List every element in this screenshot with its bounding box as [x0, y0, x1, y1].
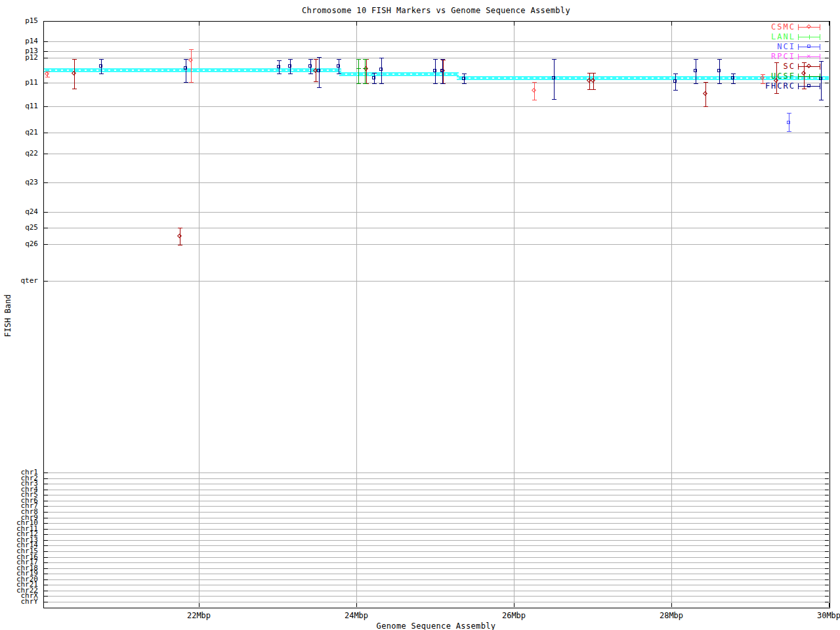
marker-square — [372, 76, 375, 79]
marker-square — [717, 69, 721, 72]
axis-tick — [825, 523, 829, 524]
error-bar-cap — [819, 100, 824, 100]
error-bar-cap — [717, 83, 722, 84]
marker-tick — [809, 74, 810, 79]
axis-tick — [44, 281, 48, 282]
error-bar-cap — [591, 73, 596, 74]
x-tick-label: 24Mbp — [337, 612, 376, 620]
legend-label: CSMC — [722, 23, 795, 32]
legend-glyph-cap — [820, 83, 820, 89]
legend-label: NCI — [722, 43, 795, 51]
error-bar-cap — [372, 73, 377, 74]
marker-square — [308, 64, 312, 68]
axis-tick — [825, 41, 829, 42]
axis-tick — [825, 574, 829, 574]
error-bar-cap — [356, 83, 361, 84]
y-tick-label: q23 — [0, 178, 38, 186]
axis-tick — [825, 484, 829, 484]
marker-square — [694, 69, 697, 72]
error-bar-cap — [363, 83, 368, 84]
axis-tick — [44, 83, 48, 83]
error-bar-cap — [440, 83, 445, 84]
marker-square — [277, 65, 280, 68]
legend-glyph-cap — [820, 24, 820, 30]
axis-tick — [825, 540, 829, 541]
axis-tick — [825, 579, 829, 580]
legend-label: SC — [722, 62, 795, 71]
error-bar-cap — [704, 82, 708, 83]
error-bar-cap — [288, 59, 293, 60]
error-bar-cap — [189, 49, 194, 50]
axis-tick — [514, 22, 514, 26]
axis-tick — [44, 562, 48, 563]
error-bar-cap — [819, 61, 824, 62]
legend-glyph-cap — [798, 64, 799, 70]
axis-tick — [44, 106, 48, 107]
axis-tick — [671, 603, 672, 607]
axis-tick — [44, 591, 48, 591]
axis-tick — [44, 133, 48, 133]
axis-tick — [825, 596, 829, 597]
marker-tick — [363, 68, 368, 69]
error-bar-cap — [552, 99, 556, 100]
axis-tick — [44, 518, 48, 518]
axis-tick — [44, 534, 48, 535]
axis-tick — [825, 133, 829, 133]
error-bar-cap — [337, 59, 341, 60]
error-bar-cap — [591, 89, 596, 90]
y-tick-label: q11 — [0, 102, 38, 110]
y-tick-label: q24 — [0, 208, 38, 216]
axis-tick — [825, 551, 829, 552]
axis-tick — [44, 568, 48, 569]
legend-glyph-cap — [820, 54, 820, 60]
axis-tick — [356, 603, 357, 607]
axis-tick — [825, 512, 829, 513]
axis-tick — [44, 58, 48, 58]
legend-glyph-cap — [798, 24, 799, 30]
error-bar-cap — [717, 59, 722, 60]
axis-tick — [44, 51, 48, 52]
axis-tick — [825, 591, 829, 591]
axis-tick — [825, 501, 829, 501]
legend-glyph-cap — [820, 44, 820, 50]
error-bar-cap — [673, 90, 678, 91]
error-bar-cap — [372, 83, 377, 84]
chart-title: Chromosome 10 FISH Markers vs Genome Seq… — [43, 6, 829, 15]
axis-tick — [825, 506, 829, 507]
axis-tick — [44, 585, 48, 585]
axis-tick — [44, 602, 48, 602]
error-bar-cap — [787, 113, 791, 114]
axis-tick — [44, 545, 48, 546]
marker-square — [433, 69, 436, 72]
x-tick-label: 30Mbp — [809, 612, 840, 620]
legend-glyph-cap — [820, 74, 820, 79]
error-bar-cap — [363, 59, 368, 60]
axis-tick — [825, 495, 829, 495]
x-tick-label: 22Mbp — [179, 612, 219, 620]
legend-label: FHCRC — [722, 82, 795, 91]
x-axis-title: Genome Sequence Assembly — [43, 621, 829, 630]
error-bar-cap — [802, 62, 807, 63]
marker-square — [337, 64, 340, 68]
axis-tick — [825, 562, 829, 563]
error-bar-cap — [308, 59, 313, 60]
legend-glyph-cap — [798, 83, 799, 89]
y-tick-label: p12 — [0, 54, 38, 62]
marker-square — [673, 79, 677, 83]
marker-square — [462, 77, 465, 80]
error-bar-cap — [356, 59, 361, 60]
axis-tick — [829, 22, 830, 26]
marker-square — [807, 84, 810, 87]
error-bar-cap — [694, 59, 698, 60]
axis-tick — [825, 490, 829, 490]
error-bar-cap — [379, 58, 384, 58]
error-bar-cap — [72, 59, 77, 60]
error-bar-cap — [433, 59, 438, 60]
axis-tick — [825, 106, 829, 107]
y-tick-label: p11 — [0, 79, 38, 87]
error-bar-cap — [314, 59, 318, 60]
axis-tick — [514, 603, 514, 607]
axis-tick — [44, 506, 48, 507]
error-bar-cap — [184, 59, 188, 60]
axis-tick — [829, 603, 830, 607]
